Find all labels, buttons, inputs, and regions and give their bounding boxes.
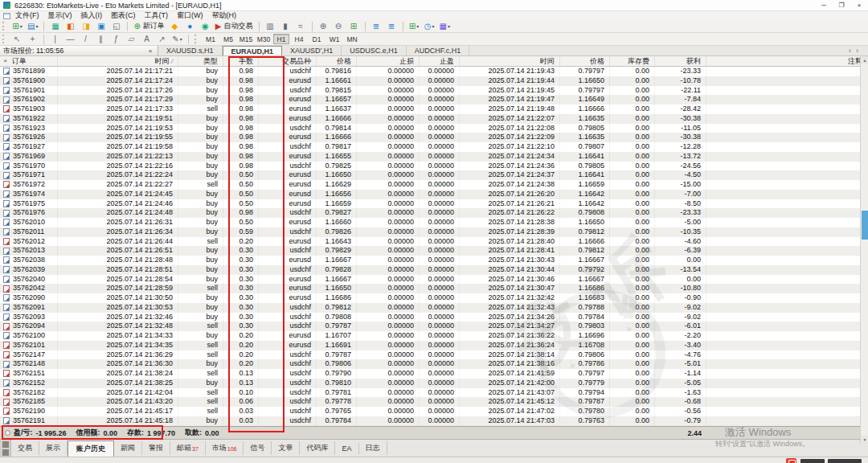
table-row[interactable]: 35762147 2025.07.14 21:36:29 sell 0.20 u… — [0, 350, 868, 360]
timeframe-m30[interactable]: M30 — [256, 34, 272, 44]
chart-tab-audchf[interactable]: AUDCHF.c,H1 — [407, 46, 470, 55]
zoom-in-button[interactable]: ⊕ — [317, 21, 330, 32]
fibonacci-tool[interactable]: ƒ — [109, 34, 123, 45]
crosshair-tool[interactable]: + — [26, 34, 39, 45]
timeframe-mn[interactable]: MN — [344, 34, 360, 44]
table-row[interactable]: 35762101 2025.07.14 21:34:35 sell 0.20 e… — [0, 341, 868, 350]
table-row[interactable]: 35761922 2025.07.14 21:19:51 buy 0.98 eu… — [0, 114, 868, 124]
timeframe-w1[interactable]: W1 — [326, 34, 342, 44]
tab-trade[interactable]: 交易 — [11, 441, 39, 455]
trendline-tool[interactable]: / — [79, 34, 92, 45]
col-lots[interactable]: 手数 — [223, 56, 259, 66]
table-row[interactable]: 35762038 2025.07.14 21:28:48 buy 0.30 eu… — [0, 256, 868, 265]
community-button[interactable]: ● — [183, 21, 197, 32]
table-row[interactable]: 35762148 2025.07.14 21:36:30 buy 0.20 us… — [0, 359, 868, 369]
table-row[interactable]: 35762090 2025.07.14 21:30:50 buy 0.30 eu… — [0, 293, 868, 303]
menu-file[interactable]: 文件(F) — [15, 10, 39, 21]
table-row[interactable]: 35762013 2025.07.14 21:26:51 buy 0.30 us… — [0, 246, 868, 256]
timeframe-h4[interactable]: H4 — [291, 34, 307, 44]
table-row[interactable]: 35761900 2025.07.14 21:17:24 buy 0.98 eu… — [0, 76, 868, 86]
col-tp[interactable]: 止盈 — [420, 56, 460, 66]
table-row[interactable]: 35761899 2025.07.14 21:17:21 buy 0.98 us… — [0, 67, 868, 76]
chart-tab-xauusd-s[interactable]: XAUUSD.s,H1 — [158, 46, 223, 55]
table-row[interactable]: 35761926 2025.07.14 21:19:55 buy 0.98 eu… — [0, 133, 868, 142]
new-chart-button[interactable]: ⊞▾ — [10, 21, 24, 32]
table-row[interactable]: 35762042 2025.07.14 21:28:59 sell 0.30 e… — [0, 284, 868, 293]
menu-view[interactable]: 显示(V) — [48, 10, 72, 21]
table-row[interactable]: 35762094 2025.07.14 21:32:48 sell 0.30 u… — [0, 322, 868, 331]
table-row[interactable]: 35761976 2025.07.14 21:24:48 buy 0.98 us… — [0, 208, 868, 218]
table-row[interactable]: 35762182 2025.07.14 21:42:04 sell 0.10 u… — [0, 388, 868, 398]
table-row[interactable]: 35761970 2025.07.14 21:22:16 buy 0.98 us… — [0, 162, 868, 171]
navigator-toggle[interactable]: ◨ — [79, 21, 92, 32]
table-row[interactable]: 35762100 2025.07.14 21:34:33 buy 0.20 eu… — [0, 331, 868, 341]
tab-articles[interactable]: 文章 — [272, 441, 300, 455]
col-open-price[interactable]: 价格 — [317, 56, 357, 66]
minimized-panel-strip[interactable] — [0, 440, 11, 457]
table-row[interactable]: 35762039 2025.07.14 21:28:51 buy 0.30 us… — [0, 265, 868, 275]
col-comment[interactable]: 注释 — [706, 56, 868, 66]
market-watch-toggle[interactable]: ▦ — [48, 21, 62, 32]
tab-market[interactable]: 市场106 — [206, 441, 244, 455]
zoom-out-button[interactable]: ⊖ — [332, 21, 346, 32]
text-tool[interactable]: A — [140, 34, 154, 45]
table-row[interactable]: 35761901 2025.07.14 21:17:26 buy 0.98 us… — [0, 86, 868, 96]
arrow-tool[interactable]: ↗ — [155, 34, 169, 45]
arrange-vertical-button[interactable]: ≣ — [370, 21, 383, 32]
table-row[interactable]: 35762093 2025.07.14 21:32:46 buy 0.30 us… — [0, 313, 868, 322]
scroll-up-icon[interactable]: ▲ — [861, 56, 868, 64]
table-row[interactable]: 35761972 2025.07.14 21:22:27 sell 0.50 e… — [0, 180, 868, 190]
tab-journal[interactable]: 日志 — [359, 441, 387, 455]
col-symbol[interactable]: 交易品种 — [259, 56, 317, 66]
tab-account-history[interactable]: 账户历史 — [68, 440, 114, 457]
col-close-price[interactable]: 价格 — [560, 56, 610, 66]
scroll-down-icon[interactable]: ▼ — [861, 436, 868, 444]
table-row[interactable]: 35762091 2025.07.14 21:30:53 buy 0.30 us… — [0, 303, 868, 313]
chart-tab-euraud[interactable]: EURAUD,H1 — [223, 46, 283, 55]
col-order[interactable]: 订单 — [12, 56, 27, 66]
hline-tool[interactable]: — — [63, 34, 77, 45]
bar-chart-button[interactable]: ▥ — [264, 21, 277, 32]
tab-news[interactable]: 新闻 — [114, 441, 142, 455]
data-window-toggle[interactable]: ◧ — [63, 21, 77, 32]
tab-exposure[interactable]: 展示 — [39, 441, 68, 455]
table-row[interactable]: 35761903 2025.07.14 21:17:33 sell 0.98 e… — [0, 104, 868, 114]
table-row[interactable]: 35761969 2025.07.14 21:22:13 buy 0.98 eu… — [0, 152, 868, 162]
timeframe-m1[interactable]: M1 — [203, 34, 219, 44]
col-close-time[interactable]: 时间 — [460, 56, 560, 66]
table-row[interactable]: 35762191 2025.07.14 21:45:18 buy 0.03 us… — [0, 416, 868, 426]
col-profit[interactable]: 获利 — [655, 56, 706, 66]
close-icon[interactable]: × — [850, 0, 868, 11]
arrange-horizontal-button[interactable]: ≣ — [385, 21, 399, 32]
strategy-tester-toggle[interactable]: ◱ — [109, 21, 123, 32]
timeframe-h1[interactable]: H1 — [273, 34, 289, 44]
line-chart-button[interactable]: ≈ — [294, 21, 308, 32]
chart-tab-usdusc[interactable]: USDUSC.e,H1 — [342, 46, 407, 55]
table-row[interactable]: 35762012 2025.07.14 21:26:44 sell 0.20 e… — [0, 237, 868, 247]
table-row[interactable]: 35761923 2025.07.14 21:19:53 buy 0.98 us… — [0, 124, 868, 133]
menu-window[interactable]: 窗口(W) — [177, 10, 203, 21]
channel-tool[interactable]: ∥ — [94, 34, 108, 45]
table-row[interactable]: 35761927 2025.07.14 21:19:58 buy 0.98 us… — [0, 142, 868, 152]
menu-help[interactable]: 帮助(H) — [212, 10, 237, 21]
menu-insert[interactable]: 插入(I) — [81, 10, 103, 21]
chart-tab-xauusd2[interactable]: XAUUSD',H1 — [282, 46, 342, 55]
col-swap[interactable]: 库存费 — [610, 56, 655, 66]
menu-charts[interactable]: 图表(C) — [111, 10, 136, 21]
vline-tool[interactable]: | — [48, 34, 62, 45]
table-row[interactable]: 35761974 2025.07.14 21:24:45 buy 0.50 eu… — [0, 190, 868, 199]
timeframe-m5[interactable]: M5 — [220, 34, 236, 44]
cursor-tool[interactable]: ↖ — [10, 34, 24, 45]
tile-windows-button[interactable]: ⊞ — [347, 21, 361, 32]
timeframe-m15[interactable]: M15 — [238, 34, 254, 44]
candlestick-button[interactable]: ▮ — [279, 21, 293, 32]
tab-scroll-left-icon[interactable]: ‹ — [849, 47, 851, 55]
vertical-scrollbar[interactable]: ▲ ▼ — [860, 56, 868, 444]
table-row[interactable]: 35761902 2025.07.14 21:17:29 buy 0.98 eu… — [0, 95, 868, 104]
tab-scroll-right-icon[interactable]: › — [856, 47, 858, 55]
minimize-icon[interactable]: ─ — [815, 0, 833, 11]
profiles-button[interactable]: ▤▾ — [26, 21, 39, 32]
shapes-dropdown[interactable]: ✎▾ — [170, 34, 184, 45]
new-order-button[interactable]: ⊕新订单 — [132, 21, 166, 32]
tab-signals[interactable]: 信号 — [244, 441, 272, 455]
